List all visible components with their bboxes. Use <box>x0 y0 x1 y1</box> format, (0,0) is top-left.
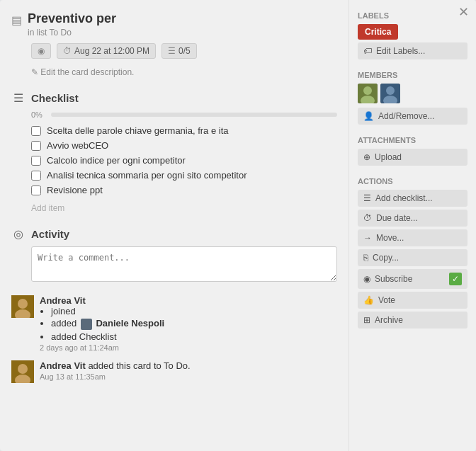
upload-label: Upload <box>375 152 402 162</box>
due-date-label: Aug 22 at 12:00 PM <box>74 46 149 56</box>
card-header-icon: ▤ <box>11 13 22 27</box>
copy-icon: ⎘ <box>363 253 368 263</box>
svg-point-1 <box>18 299 28 309</box>
due-date-badge[interactable]: ⏱ Aug 22 at 12:00 PM <box>57 43 156 59</box>
add-remove-label: Add/Remove... <box>378 111 434 121</box>
vote-button[interactable]: 👍 Vote <box>358 292 468 309</box>
subscribe-button[interactable]: ◉ Subscribe ✓ <box>358 269 468 289</box>
checklist-item: Avvio webCEO <box>31 138 337 153</box>
label-critica[interactable]: Critica <box>358 24 398 40</box>
right-panel: Labels Critica 🏷 Edit Labels... Members <box>348 0 476 451</box>
progress-label: 0% <box>31 110 51 119</box>
checklist-item: Analisi tecnica sommaria per ogni sito c… <box>31 168 337 183</box>
checklist-item-1-label: Scelta delle parole chiave germania, fra… <box>47 125 229 136</box>
svg-point-4 <box>18 364 28 374</box>
comment-box <box>31 246 337 284</box>
checklist-title: Checklist <box>31 92 79 104</box>
close-button[interactable]: ✕ <box>458 6 469 18</box>
checklist-badge[interactable]: ☰ 0/5 <box>162 43 197 59</box>
mentioned-user: Daniele Nespoli <box>96 318 164 329</box>
move-button[interactable]: → Move... <box>358 229 468 246</box>
add-item-button[interactable]: Add item <box>31 203 64 213</box>
activity-content-1: Andrea Vit joined added Daniele Nespoli … <box>40 295 337 352</box>
copy-label: Copy... <box>373 253 399 263</box>
actions-title: Actions <box>358 177 468 185</box>
activity-time-1: 2 days ago at 11:24am <box>40 343 337 352</box>
left-panel: ▤ Preventivo per in list To Do ◉ ⏱ Aug 2… <box>0 0 348 451</box>
svg-point-7 <box>363 86 372 95</box>
actions-section: Actions ☰ Add checklist... ⏱ Due date...… <box>358 177 468 329</box>
activity-title: Activity <box>31 228 69 240</box>
archive-icon: ⊞ <box>363 315 370 325</box>
activity-list-1: joined added Daniele Nespoli added Check… <box>51 306 337 342</box>
pencil-icon: ✎ <box>31 67 38 77</box>
checklist-item-4-checkbox[interactable] <box>31 171 41 181</box>
checklist-item: Revisione ppt <box>31 183 337 198</box>
card-modal: ✕ ▤ Preventivo per in list To Do ◉ ⏱ Aug… <box>0 0 476 451</box>
comment-input[interactable] <box>31 246 337 282</box>
upload-button[interactable]: ⊕ Upload <box>358 149 468 166</box>
due-date-button[interactable]: ⏱ Due date... <box>358 210 468 227</box>
activity-content-2: Andrea Vit added this card to To Do. Aug… <box>40 360 337 383</box>
labels-section: Labels Critica 🏷 Edit Labels... <box>358 11 468 59</box>
watch-badge[interactable]: ◉ <box>31 43 51 59</box>
checklist-section: ☰ Checklist 0% Scelta delle parole chiav… <box>11 91 337 213</box>
checklist-item: Scelta delle parole chiave germania, fra… <box>31 123 337 138</box>
activity-header: ◎ Activity <box>11 227 337 241</box>
archive-label: Archive <box>375 315 403 325</box>
copy-button[interactable]: ⎘ Copy... <box>358 249 468 266</box>
member-avatar-1[interactable] <box>358 84 378 103</box>
subscribe-label: Subscribe <box>375 274 412 284</box>
member-avatar-2[interactable] <box>380 84 400 103</box>
edit-description-link[interactable]: Edit the card description. <box>40 67 134 77</box>
checklist-progress-row: 0% <box>31 110 337 119</box>
checklist-item-2-label: Avvio webCEO <box>47 140 108 151</box>
clock-action-icon: ⏱ <box>363 213 372 223</box>
add-checklist-label: Add checklist... <box>375 193 433 203</box>
card-meta: ◉ ⏱ Aug 22 at 12:00 PM ☰ 0/5 <box>31 43 337 59</box>
activity-user-2: Andrea Vit <box>40 360 86 371</box>
add-checklist-button[interactable]: ☰ Add checklist... <box>358 190 468 207</box>
members-title: Members <box>358 71 468 79</box>
svg-point-10 <box>386 86 395 95</box>
edit-labels-button[interactable]: 🏷 Edit Labels... <box>358 42 468 59</box>
activity-user-1: Andrea Vit <box>40 295 86 306</box>
checklist-item-1-checkbox[interactable] <box>31 126 41 136</box>
avatar-av2 <box>11 360 34 383</box>
checklist-item-2-checkbox[interactable] <box>31 141 41 151</box>
clock-icon: ⏱ <box>63 46 72 56</box>
due-date-label: Due date... <box>376 213 418 223</box>
card-header: ▤ Preventivo per in list To Do <box>11 11 337 38</box>
checklist-item-3-checkbox[interactable] <box>31 156 41 166</box>
subscribe-icon: ◉ <box>363 274 370 284</box>
checklist-header: ☰ Checklist <box>11 91 337 105</box>
activity-text-2: Andrea Vit added this card to To Do. <box>40 360 191 371</box>
checklist-item-3-label: Calcolo indice per ogni competitor <box>47 155 186 166</box>
card-title-block: Preventivo per in list To Do <box>28 11 116 38</box>
activity-list-item: added Checklist <box>51 331 337 342</box>
person-icon: 👤 <box>363 111 374 121</box>
upload-icon: ⊕ <box>363 152 370 162</box>
checklist-item-5-checkbox[interactable] <box>31 185 41 195</box>
checklist-meta-label: 0/5 <box>178 46 191 56</box>
avatar-av1 <box>11 295 34 318</box>
checklist-item-4-label: Analisi tecnica sommaria per ogni sito c… <box>47 170 247 181</box>
inline-avatar <box>81 319 92 330</box>
checklist-meta-icon: ☰ <box>168 46 176 56</box>
attachments-title: Attachments <box>358 136 468 144</box>
members-row <box>358 84 468 103</box>
card-description: ✎ Edit the card description. <box>31 67 337 77</box>
archive-button[interactable]: ⊞ Archive <box>358 312 468 329</box>
edit-labels-label: Edit Labels... <box>376 46 425 56</box>
checklist-item-5-label: Revisione ppt <box>47 185 103 195</box>
checklist-action-icon: ☰ <box>363 193 371 203</box>
subscribe-left: ◉ Subscribe <box>363 274 412 284</box>
vote-icon: 👍 <box>363 295 374 305</box>
activity-list-item: joined <box>51 306 337 316</box>
add-remove-members-button[interactable]: 👤 Add/Remove... <box>358 108 468 125</box>
checklist-items: Scelta delle parole chiave germania, fra… <box>31 123 337 198</box>
move-icon: → <box>363 233 372 243</box>
activity-entry-2: Andrea Vit added this card to To Do. Aug… <box>11 360 337 383</box>
attachments-section: Attachments ⊕ Upload <box>358 136 468 166</box>
activity-list-item: added Daniele Nespoli <box>51 318 337 330</box>
